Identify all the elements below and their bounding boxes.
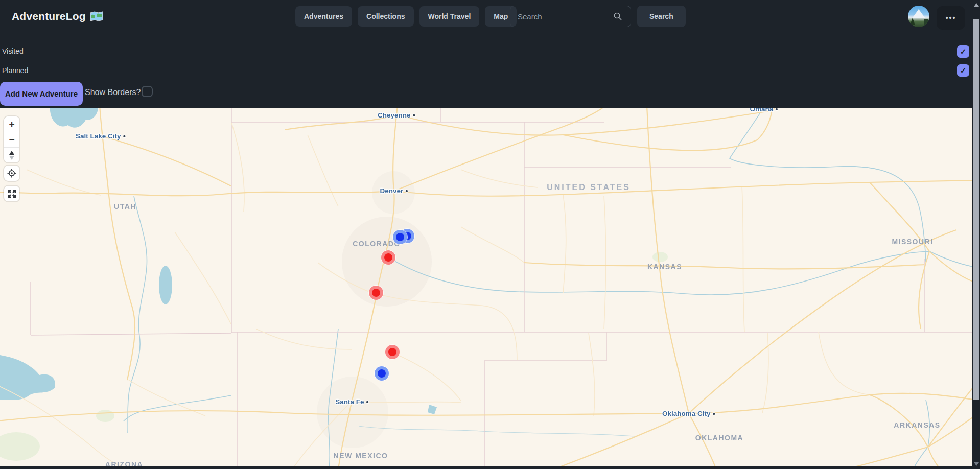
state-label: OKLAHOMA: [695, 434, 743, 442]
show-borders-checkbox[interactable]: [142, 86, 153, 97]
city-label-text: Denver: [380, 187, 403, 195]
zoom-control-group: + −: [4, 116, 19, 162]
app-title: AdventureLog: [12, 10, 86, 22]
zoom-in-button[interactable]: +: [4, 116, 19, 132]
navbar: AdventureLog Adventures Collections Worl…: [0, 0, 972, 33]
city-dot-icon: •: [775, 108, 778, 113]
adventure-marker-visited[interactable]: [369, 286, 383, 300]
city-label: Salt Lake City•: [76, 132, 126, 140]
city-label-text: Oklahoma City: [662, 410, 711, 417]
city-label: Omaha•: [750, 108, 778, 113]
search-button[interactable]: Search: [637, 6, 686, 27]
app-logo: AdventureLog: [12, 0, 103, 33]
state-label-text: NEW MEXICO: [334, 452, 388, 460]
state-label-text: COLORADO: [353, 240, 401, 248]
checkmark-icon: ✓: [960, 66, 967, 75]
city-label-text: Salt Lake City: [76, 132, 121, 140]
city-label: Denver•: [380, 187, 408, 195]
add-new-adventure-button[interactable]: Add New Adventure: [0, 82, 83, 106]
city-label-text: Santa Fe: [335, 398, 364, 406]
search-area: Search: [510, 6, 686, 27]
planned-checkbox[interactable]: ✓: [957, 64, 969, 77]
visited-checkbox[interactable]: ✓: [957, 45, 969, 58]
user-avatar[interactable]: [908, 6, 929, 27]
country-label-text: UNITED STATES: [547, 183, 631, 192]
state-label: COLORADO: [353, 240, 401, 248]
planned-filter-label: Planned: [2, 66, 28, 75]
nav-button-collections[interactable]: Collections: [358, 6, 413, 27]
checkmark-icon: ✓: [960, 47, 967, 56]
state-label: KANSAS: [647, 263, 682, 271]
geolocate-button[interactable]: [4, 166, 19, 181]
city-dot-icon: •: [405, 187, 408, 195]
nav-button-adventures[interactable]: Adventures: [295, 6, 352, 27]
state-label-text: MISSOURI: [892, 238, 933, 246]
state-label-text: ARIZONA: [105, 460, 143, 466]
state-label-text: UTAH: [114, 202, 136, 210]
fullscreen-icon: [7, 189, 16, 198]
page-scrollbar: [972, 0, 980, 469]
country-label: UNITED STATES: [547, 183, 631, 192]
adventure-marker-planned[interactable]: [375, 366, 389, 381]
compass-button[interactable]: [4, 147, 19, 162]
overflow-menu-button[interactable]: •••: [937, 6, 965, 30]
ellipsis-icon: •••: [946, 14, 956, 22]
state-label-text: OKLAHOMA: [695, 434, 743, 442]
city-label: Cheyenne•: [378, 111, 415, 119]
show-borders-label: Show Borders?: [85, 88, 141, 97]
world-map-icon: [90, 11, 103, 21]
state-label-text: KANSAS: [647, 263, 682, 271]
city-label: Oklahoma City•: [662, 410, 715, 417]
basemap-graphics: [0, 108, 972, 466]
state-label-text: ARKANSAS: [894, 421, 940, 429]
nav-button-world-travel[interactable]: World Travel: [419, 6, 480, 27]
city-dot-icon: •: [713, 410, 715, 417]
adventure-marker-planned[interactable]: [393, 230, 407, 244]
geolocate-icon: [7, 169, 16, 178]
compass-icon: [9, 151, 14, 160]
state-label: UTAH: [114, 202, 136, 210]
state-label: MISSOURI: [892, 238, 933, 246]
city-dot-icon: •: [123, 132, 126, 140]
city-dot-icon: •: [413, 111, 415, 119]
city-label-text: Omaha: [750, 108, 773, 113]
adventure-marker-visited[interactable]: [381, 250, 395, 265]
scrollbar-thumb[interactable]: [973, 19, 979, 400]
city-label-text: Cheyenne: [378, 111, 411, 119]
search-input[interactable]: [510, 6, 631, 27]
visited-filter-label: Visited: [2, 47, 24, 55]
map-canvas[interactable]: UNITED STATESUTAHCOLORADOKANSASMISSOURIO…: [0, 108, 972, 466]
main-nav: Adventures Collections World Travel Map: [295, 6, 517, 27]
state-label: ARIZONA: [105, 460, 143, 466]
fullscreen-button[interactable]: [4, 186, 19, 201]
scrollbar-up-arrow-icon[interactable]: [974, 3, 979, 7]
zoom-out-button[interactable]: −: [4, 132, 19, 147]
city-label: Santa Fe•: [335, 398, 369, 406]
city-dot-icon: •: [366, 398, 369, 406]
scrollbar-down-arrow-icon[interactable]: [974, 462, 979, 466]
state-label: NEW MEXICO: [334, 452, 388, 460]
adventure-marker-visited[interactable]: [385, 345, 400, 359]
state-label: ARKANSAS: [894, 421, 940, 429]
